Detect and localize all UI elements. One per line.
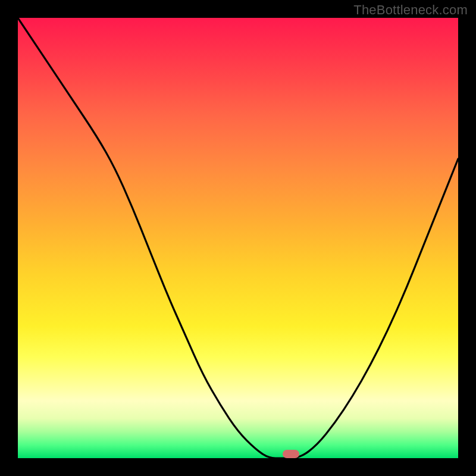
optimal-marker [283, 450, 299, 458]
chart-frame: TheBottleneck.com [0, 0, 476, 476]
curve-svg [18, 18, 458, 458]
bottleneck-curve [18, 18, 458, 458]
watermark-text: TheBottleneck.com [353, 2, 468, 18]
plot-area [18, 18, 458, 458]
